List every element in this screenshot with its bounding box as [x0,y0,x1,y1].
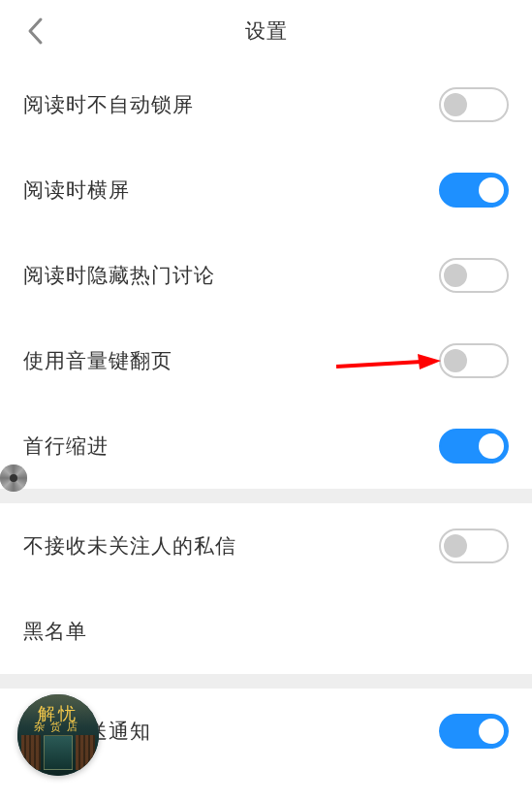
row-volume-flip: 使用音量键翻页 [0,318,532,403]
floating-book-bubble[interactable]: 解忧 杂货店 [17,694,99,776]
toggle-no-auto-lock[interactable] [439,87,509,122]
toggle-push-notify[interactable] [439,714,509,749]
toggle-hide-discussion[interactable] [439,258,509,293]
row-label: 不接收未关注人的私信 [23,532,236,560]
row-label: 使用音量键翻页 [23,347,172,374]
row-landscape: 阅读时横屏 [0,147,532,233]
row-label: 首行缩进 [23,433,109,460]
header: 设置 [0,0,532,62]
toggle-block-strangers-dm[interactable] [439,529,509,563]
row-label: 阅读时隐藏热门讨论 [23,262,215,289]
settings-group-privacy: 不接收未关注人的私信 黑名单 [0,503,532,674]
toggle-indent[interactable] [439,429,509,464]
row-label: 阅读时横屏 [23,176,130,204]
book-title-line2: 杂货店 [34,720,83,734]
chevron-left-icon [26,16,44,46]
settings-group-reading: 阅读时不自动锁屏 阅读时横屏 阅读时隐藏热门讨论 使用音量键翻页 首行缩进 [0,62,532,489]
row-blocklist[interactable]: 黑名单 [0,589,532,674]
toggle-volume-flip[interactable] [439,343,509,378]
section-divider [0,489,532,503]
section-divider [0,674,532,689]
row-no-auto-lock: 阅读时不自动锁屏 [0,62,532,147]
row-label: 黑名单 [23,618,87,645]
row-block-strangers-dm: 不接收未关注人的私信 [0,503,532,589]
row-indent: 首行缩进 [0,403,532,489]
floating-aperture-icon[interactable] [0,465,27,492]
row-label: 阅读时不自动锁屏 [23,91,194,118]
toggle-landscape[interactable] [439,173,509,208]
page-title: 设置 [0,17,532,45]
back-button[interactable] [23,19,47,43]
row-hide-discussion: 阅读时隐藏热门讨论 [0,233,532,318]
